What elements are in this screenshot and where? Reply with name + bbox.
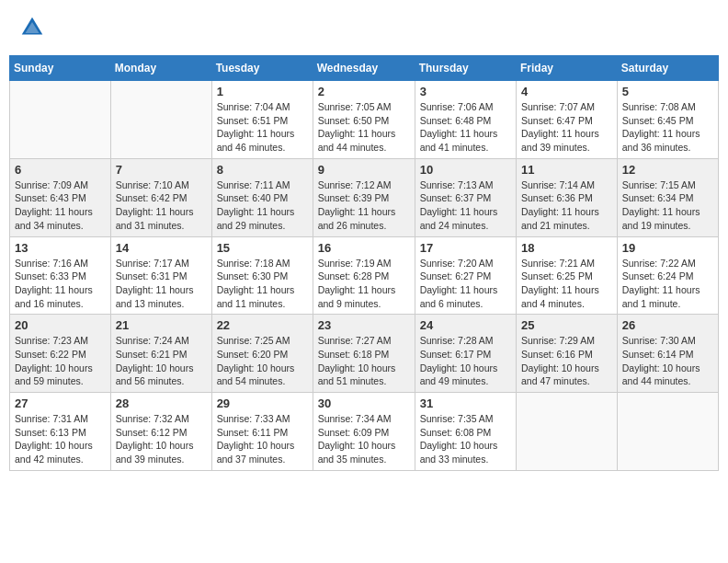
header-thursday: Thursday (415, 56, 516, 81)
calendar-cell: 11Sunrise: 7:14 AM Sunset: 6:36 PM Dayli… (517, 158, 618, 236)
calendar-week-3: 13Sunrise: 7:16 AM Sunset: 6:33 PM Dayli… (10, 236, 719, 315)
calendar-cell: 7Sunrise: 7:10 AM Sunset: 6:42 PM Daylig… (110, 158, 211, 236)
calendar-cell: 29Sunrise: 7:33 AM Sunset: 6:11 PM Dayli… (211, 393, 313, 471)
day-info: Sunrise: 7:11 AM Sunset: 6:40 PM Dayligh… (217, 178, 308, 233)
day-info: Sunrise: 7:28 AM Sunset: 6:17 PM Dayligh… (420, 334, 511, 388)
day-number: 8 (217, 163, 308, 177)
calendar-cell: 1Sunrise: 7:04 AM Sunset: 6:51 PM Daylig… (211, 81, 313, 159)
day-number: 11 (521, 163, 612, 177)
day-number: 19 (622, 241, 713, 255)
calendar-cell: 30Sunrise: 7:34 AM Sunset: 6:09 PM Dayli… (313, 393, 415, 471)
header-wednesday: Wednesday (313, 56, 415, 81)
calendar-week-1: 1Sunrise: 7:04 AM Sunset: 6:51 PM Daylig… (10, 81, 719, 159)
day-info: Sunrise: 7:06 AM Sunset: 6:48 PM Dayligh… (420, 100, 511, 155)
calendar-cell: 19Sunrise: 7:22 AM Sunset: 6:24 PM Dayli… (617, 236, 718, 315)
day-info: Sunrise: 7:19 AM Sunset: 6:28 PM Dayligh… (318, 257, 410, 311)
calendar-cell: 17Sunrise: 7:20 AM Sunset: 6:27 PM Dayli… (415, 236, 516, 315)
day-info: Sunrise: 7:31 AM Sunset: 6:13 PM Dayligh… (15, 412, 106, 466)
calendar-cell: 27Sunrise: 7:31 AM Sunset: 6:13 PM Dayli… (10, 393, 111, 471)
day-info: Sunrise: 7:10 AM Sunset: 6:42 PM Dayligh… (116, 178, 207, 233)
day-info: Sunrise: 7:32 AM Sunset: 6:12 PM Dayligh… (116, 412, 207, 466)
calendar-table: SundayMondayTuesdayWednesdayThursdayFrid… (9, 55, 719, 471)
day-info: Sunrise: 7:25 AM Sunset: 6:20 PM Dayligh… (217, 334, 308, 388)
calendar-cell: 22Sunrise: 7:25 AM Sunset: 6:20 PM Dayli… (211, 315, 313, 393)
calendar-week-5: 27Sunrise: 7:31 AM Sunset: 6:13 PM Dayli… (10, 393, 719, 471)
day-number: 10 (420, 163, 511, 177)
calendar-cell (617, 393, 718, 471)
header-tuesday: Tuesday (211, 56, 313, 81)
day-info: Sunrise: 7:12 AM Sunset: 6:39 PM Dayligh… (318, 178, 410, 233)
day-info: Sunrise: 7:15 AM Sunset: 6:34 PM Dayligh… (622, 178, 713, 233)
day-info: Sunrise: 7:09 AM Sunset: 6:43 PM Dayligh… (15, 178, 106, 233)
day-number: 7 (116, 163, 207, 177)
logo (18, 14, 51, 41)
day-number: 29 (217, 396, 308, 410)
day-number: 28 (116, 396, 207, 410)
day-info: Sunrise: 7:33 AM Sunset: 6:11 PM Dayligh… (217, 412, 308, 466)
calendar-cell: 10Sunrise: 7:13 AM Sunset: 6:37 PM Dayli… (415, 158, 516, 236)
day-info: Sunrise: 7:29 AM Sunset: 6:16 PM Dayligh… (521, 334, 612, 388)
day-info: Sunrise: 7:35 AM Sunset: 6:08 PM Dayligh… (420, 412, 511, 466)
day-number: 20 (15, 318, 106, 332)
day-info: Sunrise: 7:24 AM Sunset: 6:21 PM Dayligh… (116, 334, 207, 388)
calendar-cell (110, 81, 211, 159)
day-number: 23 (318, 318, 410, 332)
day-number: 14 (116, 241, 207, 255)
day-info: Sunrise: 7:23 AM Sunset: 6:22 PM Dayligh… (15, 334, 106, 388)
day-info: Sunrise: 7:18 AM Sunset: 6:30 PM Dayligh… (217, 257, 308, 311)
calendar-cell: 14Sunrise: 7:17 AM Sunset: 6:31 PM Dayli… (110, 236, 211, 315)
calendar-cell (517, 393, 618, 471)
calendar-cell: 24Sunrise: 7:28 AM Sunset: 6:17 PM Dayli… (415, 315, 516, 393)
day-info: Sunrise: 7:04 AM Sunset: 6:51 PM Dayligh… (217, 100, 308, 155)
calendar-cell: 26Sunrise: 7:30 AM Sunset: 6:14 PM Dayli… (617, 315, 718, 393)
page-header (9, 9, 719, 46)
calendar-cell: 20Sunrise: 7:23 AM Sunset: 6:22 PM Dayli… (10, 315, 111, 393)
day-info: Sunrise: 7:08 AM Sunset: 6:45 PM Dayligh… (622, 100, 713, 155)
header-monday: Monday (110, 56, 211, 81)
calendar-cell: 23Sunrise: 7:27 AM Sunset: 6:18 PM Dayli… (313, 315, 415, 393)
day-number: 13 (15, 241, 106, 255)
day-info: Sunrise: 7:13 AM Sunset: 6:37 PM Dayligh… (420, 178, 511, 233)
day-number: 24 (420, 318, 511, 332)
calendar-cell: 9Sunrise: 7:12 AM Sunset: 6:39 PM Daylig… (313, 158, 415, 236)
day-number: 9 (318, 163, 410, 177)
day-number: 31 (420, 396, 511, 410)
day-info: Sunrise: 7:16 AM Sunset: 6:33 PM Dayligh… (15, 257, 106, 311)
calendar-cell: 3Sunrise: 7:06 AM Sunset: 6:48 PM Daylig… (415, 81, 516, 159)
calendar-week-4: 20Sunrise: 7:23 AM Sunset: 6:22 PM Dayli… (10, 315, 719, 393)
day-number: 27 (15, 396, 106, 410)
calendar-cell: 8Sunrise: 7:11 AM Sunset: 6:40 PM Daylig… (211, 158, 313, 236)
calendar-cell: 31Sunrise: 7:35 AM Sunset: 6:08 PM Dayli… (415, 393, 516, 471)
calendar-cell: 15Sunrise: 7:18 AM Sunset: 6:30 PM Dayli… (211, 236, 313, 315)
day-number: 17 (420, 241, 511, 255)
header-sunday: Sunday (10, 56, 111, 81)
header-friday: Friday (517, 56, 618, 81)
day-number: 26 (622, 318, 713, 332)
calendar-cell: 5Sunrise: 7:08 AM Sunset: 6:45 PM Daylig… (617, 81, 718, 159)
day-info: Sunrise: 7:30 AM Sunset: 6:14 PM Dayligh… (622, 334, 713, 388)
header-saturday: Saturday (617, 56, 718, 81)
calendar-cell: 2Sunrise: 7:05 AM Sunset: 6:50 PM Daylig… (313, 81, 415, 159)
calendar-cell: 21Sunrise: 7:24 AM Sunset: 6:21 PM Dayli… (110, 315, 211, 393)
day-info: Sunrise: 7:21 AM Sunset: 6:25 PM Dayligh… (521, 257, 612, 311)
day-number: 25 (521, 318, 612, 332)
calendar-week-2: 6Sunrise: 7:09 AM Sunset: 6:43 PM Daylig… (10, 158, 719, 236)
day-number: 16 (318, 241, 410, 255)
calendar-cell: 13Sunrise: 7:16 AM Sunset: 6:33 PM Dayli… (10, 236, 111, 315)
day-number: 18 (521, 241, 612, 255)
calendar-cell: 12Sunrise: 7:15 AM Sunset: 6:34 PM Dayli… (617, 158, 718, 236)
day-info: Sunrise: 7:22 AM Sunset: 6:24 PM Dayligh… (622, 257, 713, 311)
day-info: Sunrise: 7:07 AM Sunset: 6:47 PM Dayligh… (521, 100, 612, 155)
day-number: 6 (15, 163, 106, 177)
day-info: Sunrise: 7:27 AM Sunset: 6:18 PM Dayligh… (318, 334, 410, 388)
day-number: 2 (318, 85, 410, 98)
calendar-cell: 25Sunrise: 7:29 AM Sunset: 6:16 PM Dayli… (517, 315, 618, 393)
calendar-header-row: SundayMondayTuesdayWednesdayThursdayFrid… (10, 56, 719, 81)
day-info: Sunrise: 7:14 AM Sunset: 6:36 PM Dayligh… (521, 178, 612, 233)
logo-icon (18, 14, 46, 41)
day-number: 5 (622, 85, 713, 98)
calendar-cell (10, 81, 111, 159)
day-number: 3 (420, 85, 511, 98)
day-info: Sunrise: 7:05 AM Sunset: 6:50 PM Dayligh… (318, 100, 410, 155)
calendar-cell: 16Sunrise: 7:19 AM Sunset: 6:28 PM Dayli… (313, 236, 415, 315)
